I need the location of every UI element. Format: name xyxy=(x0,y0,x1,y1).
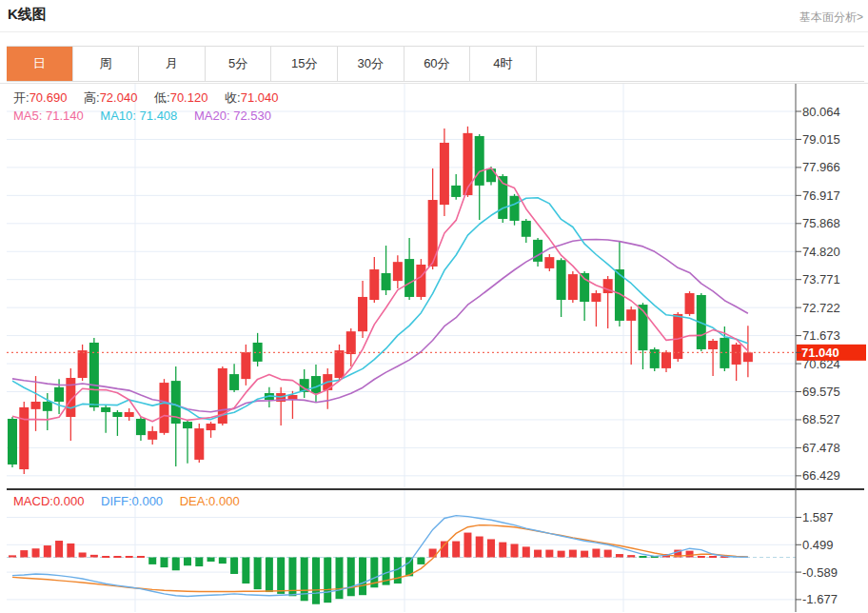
tab-month[interactable]: 月 xyxy=(139,47,206,81)
dea-value: 0.000 xyxy=(208,494,240,508)
ma10-label: MA10: xyxy=(100,109,136,123)
macd-hist-bar xyxy=(324,558,331,603)
macd-hist-bar xyxy=(277,558,285,594)
candle-body xyxy=(43,402,52,411)
page-title: K线图 xyxy=(8,6,47,24)
macd-hist-bar xyxy=(604,550,612,558)
tab-week[interactable]: 周 xyxy=(73,47,140,81)
macd-hist-bar xyxy=(9,555,16,557)
macd-hist-bar xyxy=(312,558,320,604)
candle-body xyxy=(31,402,41,409)
candle-body xyxy=(404,259,414,297)
candle-body xyxy=(207,424,216,430)
ma5-label: MA5: xyxy=(13,109,42,123)
candle-body xyxy=(580,273,589,302)
candle-body xyxy=(522,221,531,237)
candle-body xyxy=(8,419,17,465)
high-value: 72.040 xyxy=(100,90,138,105)
macd-hist-bar xyxy=(254,558,262,590)
open-label: 开: xyxy=(13,90,30,105)
tab-30min[interactable]: 30分 xyxy=(338,47,404,81)
ma20-value: 72.530 xyxy=(233,109,271,123)
macd-hist-bar xyxy=(102,556,109,558)
ma20-line xyxy=(12,240,748,412)
macd-value: 0.000 xyxy=(53,494,85,508)
tab-4hour[interactable]: 4时 xyxy=(470,47,537,81)
candle-body xyxy=(194,428,204,460)
macd-hist-bar xyxy=(698,556,705,558)
macd-hist-bar xyxy=(195,558,203,567)
header-divider xyxy=(0,31,868,32)
candle-body xyxy=(393,262,403,281)
ma10-line xyxy=(12,198,748,420)
macd-hist-bar xyxy=(569,550,577,558)
macd-hist-bar xyxy=(242,558,249,584)
macd-hist-bar xyxy=(686,551,694,558)
high-label: 高: xyxy=(84,90,100,105)
candle-body xyxy=(335,350,345,378)
macd-hist-bar xyxy=(230,558,238,574)
price-axis-label: 71.673 xyxy=(802,328,840,343)
macd-hist-bar xyxy=(79,552,87,557)
candle-body xyxy=(568,274,578,300)
macd-hist-bar xyxy=(592,549,600,558)
macd-hist-bar xyxy=(487,539,495,557)
ma5-line xyxy=(12,168,748,422)
ma10-value: 71.408 xyxy=(140,109,178,123)
macd-hist-bar xyxy=(441,542,448,558)
low-label: 低: xyxy=(154,90,170,105)
macd-hist-bar xyxy=(616,554,623,557)
candle-body xyxy=(510,196,520,221)
tab-5min[interactable]: 5分 xyxy=(206,47,272,81)
close-label: 收: xyxy=(225,90,241,105)
candle-body xyxy=(591,293,601,302)
candle-body xyxy=(533,240,542,262)
macd-axis-label: -1.677 xyxy=(802,592,838,606)
macd-legend: MACD:0.000 DIFF:0.000 DEA:0.000 xyxy=(13,494,253,508)
candle-body xyxy=(358,297,367,331)
price-axis-label: 67.478 xyxy=(802,441,840,455)
candle-body xyxy=(661,352,671,368)
candle-body xyxy=(241,352,250,379)
low-value: 70.120 xyxy=(170,90,208,105)
dea-label: DEA: xyxy=(180,494,208,508)
macd-hist-bar xyxy=(709,556,717,558)
macd-hist-bar xyxy=(347,558,355,597)
macd-hist-bar xyxy=(639,556,646,558)
tab-day[interactable]: 日 xyxy=(7,47,73,81)
candle-body xyxy=(451,186,461,197)
macd-axis-label: -0.589 xyxy=(802,565,838,580)
macd-hist-bar xyxy=(499,543,506,558)
macd-axis-label: 0.499 xyxy=(802,538,834,552)
macd-hist-bar xyxy=(627,555,635,557)
macd-hist-bar xyxy=(452,542,460,558)
candle-body xyxy=(708,341,718,349)
price-axis-label: 69.575 xyxy=(802,385,840,399)
tab-15min[interactable]: 15分 xyxy=(271,47,338,81)
macd-hist-bar xyxy=(476,537,483,558)
macd-hist-bar xyxy=(172,558,180,571)
candle-body xyxy=(112,412,122,417)
candle-body xyxy=(626,309,636,321)
candle-body xyxy=(229,374,239,390)
macd-hist-bar xyxy=(511,544,519,557)
tab-60min[interactable]: 60分 xyxy=(404,47,471,81)
candle-body xyxy=(732,345,741,365)
candle-body xyxy=(440,143,449,205)
candle-body xyxy=(475,136,484,186)
price-axis-label: 68.527 xyxy=(802,412,840,426)
candle-body xyxy=(557,260,566,300)
price-axis-label: 80.064 xyxy=(802,105,840,119)
fundamental-analysis-link[interactable]: 基本面分析> xyxy=(799,10,863,26)
candle-body xyxy=(54,387,64,402)
macd-hist-bar xyxy=(207,558,215,563)
macd-hist-bar xyxy=(32,548,40,557)
macd-hist-bar xyxy=(67,544,74,558)
candle-body xyxy=(743,352,753,362)
ma20-label: MA20: xyxy=(194,109,230,123)
price-axis-label: 76.917 xyxy=(802,188,840,203)
open-value: 70.690 xyxy=(30,90,68,105)
macd-hist-bar xyxy=(148,558,156,564)
diff-line xyxy=(12,516,748,597)
macd-hist-bar xyxy=(184,558,191,566)
